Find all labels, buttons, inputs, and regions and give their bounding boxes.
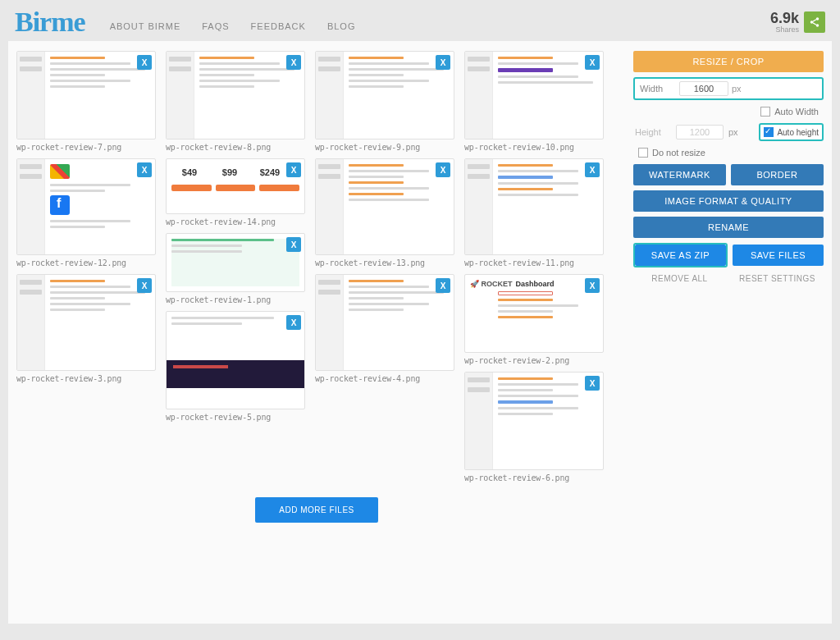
resize-crop-button[interactable]: RESIZE / CROP [633,51,824,72]
image-card[interactable]: Xwp-rocket-review-4.png [315,274,454,383]
border-button[interactable]: BORDER [731,164,824,185]
image-card[interactable]: Xwp-rocket-review-1.png [166,233,305,304]
nav-faqs[interactable]: FAQS [202,21,229,31]
image-card[interactable]: Xwp-rocket-review-5.png [166,311,305,422]
remove-image-button[interactable]: X [137,162,152,177]
save-files-button[interactable]: SAVE FILES [733,245,824,266]
settings-panel: RESIZE / CROP Width 1600 px Auto Width H… [625,41,832,624]
thumbnail[interactable]: X [16,51,156,139]
app: Xwp-rocket-review-7.pngXwp-rocket-review… [8,41,832,624]
svg-point-0 [816,17,819,21]
image-card[interactable]: Xwp-rocket-review-7.png [16,51,156,152]
height-unit: px [728,127,745,137]
nav-feedback[interactable]: FEEDBACK [251,21,306,31]
remove-image-button[interactable]: X [286,315,301,330]
remove-image-button[interactable]: X [585,55,600,70]
filename-caption: wp-rocket-review-2.png [464,356,604,365]
auto-width-checkbox[interactable] [760,107,770,117]
image-card[interactable]: Xwp-rocket-review-3.png [16,274,156,383]
thumbnail[interactable]: $49$99$249X [166,158,305,214]
filename-caption: wp-rocket-review-12.png [16,258,156,267]
filename-caption: wp-rocket-review-4.png [315,374,454,383]
width-label: Width [640,84,676,94]
image-card[interactable]: Xwp-rocket-review-9.png [315,51,454,152]
image-card[interactable]: Xwp-rocket-review-6.png [464,372,604,482]
gallery: Xwp-rocket-review-7.pngXwp-rocket-review… [8,41,625,624]
share-icon [809,16,820,28]
thumbnail[interactable]: X [166,311,305,409]
share-number: 6.9k [770,11,799,25]
filename-caption: wp-rocket-review-14.png [166,217,305,226]
svg-point-1 [810,21,814,24]
image-card[interactable]: 🚀 ROCKETDashboardXwp-rocket-review-2.png [464,274,604,365]
remove-image-button[interactable]: X [286,55,301,70]
thumbnail[interactable]: X [315,158,454,255]
height-input[interactable]: 1200 [676,125,724,139]
add-more-button[interactable]: ADD MORE FILES [255,497,378,523]
filename-caption: wp-rocket-review-9.png [315,143,454,152]
filename-caption: wp-rocket-review-6.png [464,473,604,482]
remove-image-button[interactable]: X [137,278,152,293]
share-label: Shares [770,25,799,34]
thumbnail[interactable]: X [464,51,604,139]
thumbnail[interactable]: X [315,51,454,139]
image-card[interactable]: $49$99$249Xwp-rocket-review-14.png [166,158,305,226]
remove-image-button[interactable]: X [436,55,450,70]
filename-caption: wp-rocket-review-7.png [16,143,156,152]
filename-caption: wp-rocket-review-10.png [464,143,604,152]
filename-caption: wp-rocket-review-13.png [315,258,454,267]
share-count: 6.9k Shares [770,11,799,34]
do-not-resize-label: Do not resize [652,148,705,158]
svg-point-2 [816,24,819,27]
auto-width-label: Auto Width [774,107,819,117]
watermark-button[interactable]: WATERMARK [633,164,726,185]
remove-image-button[interactable]: X [137,55,152,70]
filename-caption: wp-rocket-review-3.png [16,374,156,383]
filename-caption: wp-rocket-review-5.png [166,413,305,422]
reset-settings-link[interactable]: RESET SETTINGS [731,272,824,283]
header: Birme ABOUT BIRME FAQS FEEDBACK BLOG 6.9… [0,0,840,41]
filename-caption: wp-rocket-review-11.png [464,258,604,267]
thumbnail[interactable]: 🚀 ROCKETDashboardX [464,274,604,353]
remove-image-button[interactable]: X [585,278,600,293]
width-input[interactable]: 1600 [679,81,728,96]
rename-button[interactable]: RENAME [633,217,824,238]
nav: ABOUT BIRME FAQS FEEDBACK BLOG [110,21,356,31]
auto-height-label: Auto height [777,128,819,137]
thumbnail[interactable]: X [166,51,305,139]
filename-caption: wp-rocket-review-8.png [166,143,305,152]
remove-image-button[interactable]: X [436,278,450,293]
thumbnail[interactable]: X [16,274,156,371]
thumbnail[interactable]: X [16,158,156,255]
thumbnail[interactable]: X [464,158,604,255]
image-card[interactable]: Xwp-rocket-review-12.png [16,158,156,267]
nav-blog[interactable]: BLOG [327,21,356,31]
thumbnail[interactable]: X [166,233,305,292]
image-card[interactable]: Xwp-rocket-review-8.png [166,51,305,152]
height-label: Height [635,127,671,137]
width-block: Width 1600 px [633,77,824,100]
thumbnail[interactable]: X [464,372,604,470]
image-card[interactable]: Xwp-rocket-review-13.png [315,158,454,267]
image-card[interactable]: Xwp-rocket-review-10.png [464,51,604,152]
image-format-button[interactable]: IMAGE FORMAT & QUALITY [633,190,824,212]
remove-image-button[interactable]: X [585,162,600,177]
thumbnail[interactable]: X [315,274,454,371]
image-card[interactable]: Xwp-rocket-review-11.png [464,158,604,267]
remove-all-link[interactable]: REMOVE ALL [633,272,726,283]
width-unit: px [732,84,742,94]
share-button[interactable] [804,11,825,33]
save-as-zip-button[interactable]: SAVE AS ZIP [635,245,726,266]
filename-caption: wp-rocket-review-1.png [166,295,305,304]
logo[interactable]: Birme [15,7,85,38]
remove-image-button[interactable]: X [286,237,301,252]
nav-about[interactable]: ABOUT BIRME [110,21,181,31]
do-not-resize-checkbox[interactable] [638,148,648,158]
remove-image-button[interactable]: X [585,376,600,391]
remove-image-button[interactable]: X [286,162,301,177]
auto-height-checkbox[interactable] [764,127,774,137]
remove-image-button[interactable]: X [436,162,450,177]
